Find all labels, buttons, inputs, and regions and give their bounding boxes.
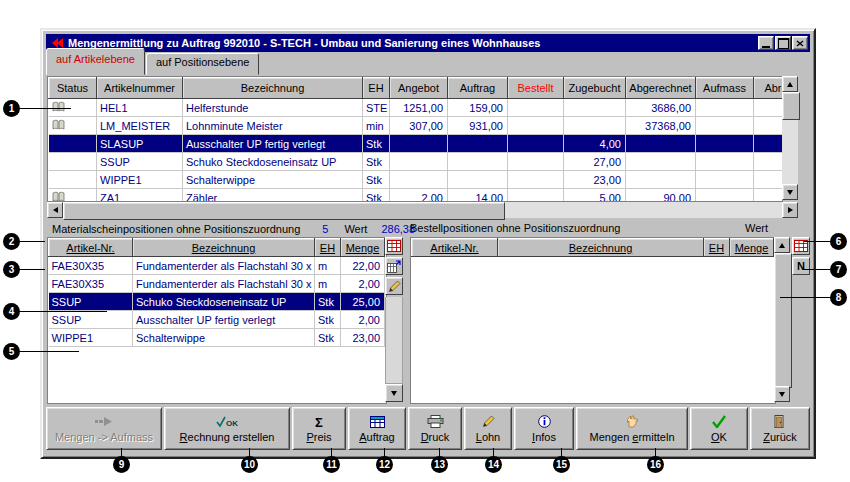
callout-line-9: [121, 448, 122, 456]
bestell-table-vscrollbar[interactable]: [774, 237, 790, 402]
cell-angebot: 307,00: [390, 117, 448, 135]
button-preis[interactable]: ΣPreis: [292, 407, 346, 450]
material-row-fae30x35[interactable]: FAE30X35Fundamenterder als Flachstahl 30…: [49, 257, 385, 275]
cell-abgerechnet: [626, 171, 696, 189]
scroll-up-button[interactable]: [782, 76, 798, 92]
cell-angebot: [390, 153, 448, 171]
callout-line-5: [19, 351, 79, 352]
material-panel-title: Materialscheinpositionen ohne Positionsz…: [52, 223, 300, 235]
article-row-ssup[interactable]: SSUPSchuko Steckdoseneinsatz UPStk27,00: [49, 153, 784, 171]
callout-line-3: [19, 269, 45, 270]
new-material-position-button[interactable]: [385, 237, 403, 255]
article-row-za1[interactable]: ZA1ZählerStk2,0014,005,0090,00: [49, 189, 784, 203]
callout-line-11: [331, 448, 332, 456]
article-row-wippe1[interactable]: WIPPE1SchalterwippeStk23,00: [49, 171, 784, 189]
hand-icon: [625, 415, 639, 429]
column-header-artikel-nr[interactable]: Artikel-Nr.: [412, 239, 498, 257]
article-table-vscrollbar[interactable]: [782, 76, 798, 200]
column-header-aufmass[interactable]: Aufmass: [696, 78, 754, 99]
column-header-eh[interactable]: EH: [704, 239, 730, 257]
column-header-abre[interactable]: Abre: [754, 78, 784, 99]
button-ok[interactable]: OK: [690, 407, 748, 450]
callout-line-14: [493, 448, 494, 456]
cell-aufmass: [696, 117, 754, 135]
article-row-slasup[interactable]: SLASUPAusschalter UP fertig verlegtStk4,…: [49, 135, 784, 153]
column-header-artikel-nr[interactable]: Artikel-Nr.: [49, 239, 133, 257]
callout-5: 5: [3, 343, 20, 360]
button-label: Zurück: [763, 431, 797, 443]
cell-artikelnummer: SLASUP: [97, 135, 183, 153]
scroll-right-button[interactable]: [782, 202, 798, 218]
new-bestell-position-button[interactable]: [792, 237, 810, 255]
scroll-left-button[interactable]: [47, 202, 63, 218]
column-header-bestellt[interactable]: Bestellt: [508, 78, 564, 99]
cell-artikel-nr: FAE30X35: [49, 275, 133, 293]
arrow-up-icon: [779, 243, 785, 248]
material-row-wippe1[interactable]: WIPPE1SchalterwippeStk23,00: [49, 329, 385, 347]
cell-angebot: [390, 135, 448, 153]
column-header-eh[interactable]: EH: [363, 78, 390, 99]
cell-artikel-nr: SSUP: [49, 311, 133, 329]
cell-bezeichnung: Fundamenterder als Flachstahl 30 x 3,5: [133, 257, 315, 275]
assign-position-button[interactable]: [385, 257, 403, 275]
cell-bezeichnung: Schalterwippe: [183, 171, 363, 189]
callout-1: 1: [3, 100, 20, 117]
cell-artikelnummer: SSUP: [97, 153, 183, 171]
button-druck[interactable]: Druck: [408, 407, 462, 450]
cell-menge: 2,00: [341, 275, 385, 293]
material-scroll-down-button[interactable]: [385, 384, 403, 402]
column-header-auftrag[interactable]: Auftrag: [448, 78, 508, 99]
material-row-ssup[interactable]: SSUPSchuko Steckdoseneinsatz UPStk25,00: [49, 293, 385, 311]
button-auftrag[interactable]: Auftrag: [348, 407, 406, 450]
column-header-bezeichnung[interactable]: Bezeichnung: [133, 239, 315, 257]
column-header-zugebucht[interactable]: Zugebucht: [564, 78, 626, 99]
close-icon: [796, 40, 804, 47]
button-lohn[interactable]: Lohn: [464, 407, 512, 450]
n-button[interactable]: N: [792, 257, 810, 275]
article-table-hscrollbar[interactable]: [47, 202, 798, 218]
cell-eh: m: [315, 275, 341, 293]
column-header-abgerechnet[interactable]: Abgerechnet: [626, 78, 696, 99]
column-header-artikelnummer[interactable]: Artikelnummer: [97, 78, 183, 99]
vscroll-thumb[interactable]: [782, 92, 800, 120]
column-header-menge[interactable]: Menge: [341, 239, 385, 257]
scroll-down-button[interactable]: [782, 184, 798, 200]
material-row-ssup[interactable]: SSUPAusschalter UP fertig verlegtStk2,00: [49, 311, 385, 329]
cell-auftrag: 931,00: [448, 117, 508, 135]
column-header-angebot[interactable]: Angebot: [390, 78, 448, 99]
vscroll-thumb[interactable]: [774, 253, 792, 388]
maximize-button[interactable]: [775, 36, 791, 50]
material-row-fae30x35[interactable]: FAE30X35Fundamenterder als Flachstahl 30…: [49, 275, 385, 293]
minimize-button[interactable]: [758, 36, 774, 50]
button-rechnung-erstellen[interactable]: OKRechnung erstellen: [164, 407, 290, 450]
edit-material-button[interactable]: [385, 277, 403, 295]
hscroll-thumb[interactable]: [63, 202, 505, 220]
column-header-bezeichnung[interactable]: Bezeichnung: [183, 78, 363, 99]
button-zuruck[interactable]: Zurück: [750, 407, 810, 450]
status-cell: [49, 153, 97, 171]
cell-bestellt: [508, 171, 564, 189]
scroll-up-button[interactable]: [774, 237, 790, 253]
tab-auf-positionsebene[interactable]: auf Positionsebene: [146, 53, 260, 75]
button-infos[interactable]: Infos: [514, 407, 574, 450]
cell-abre: [754, 153, 784, 171]
callout-line-8: [780, 297, 830, 298]
tab-auf-artikelebene[interactable]: auf Artikelebene: [46, 48, 145, 75]
cell-menge: 23,00: [341, 329, 385, 347]
cell-bestellt: [508, 117, 564, 135]
material-scroll-track[interactable]: [385, 297, 403, 384]
scroll-down-button[interactable]: [774, 386, 790, 402]
article-table: StatusArtikelnummerBezeichnungEHAngebotA…: [47, 76, 783, 202]
callout-line-2: [19, 241, 45, 242]
status-cell: [49, 171, 97, 189]
button-mengen-ermitteln[interactable]: Mengen ermitteln: [576, 407, 688, 450]
article-row-lm-meister[interactable]: LM_MEISTERLohnminute Meistermin307,00931…: [49, 117, 784, 135]
cell-artikel-nr: FAE30X35: [49, 257, 133, 275]
cell-eh: Stk: [363, 189, 390, 203]
close-button[interactable]: [792, 36, 808, 50]
article-row-hel1[interactable]: HEL1HelferstundeSTE1251,00159,003686,00: [49, 99, 784, 117]
column-header-bezeichnung[interactable]: Bezeichnung: [498, 239, 704, 257]
column-header-menge[interactable]: Menge: [730, 239, 774, 257]
column-header-eh[interactable]: EH: [315, 239, 341, 257]
column-header-status[interactable]: Status: [49, 78, 97, 99]
